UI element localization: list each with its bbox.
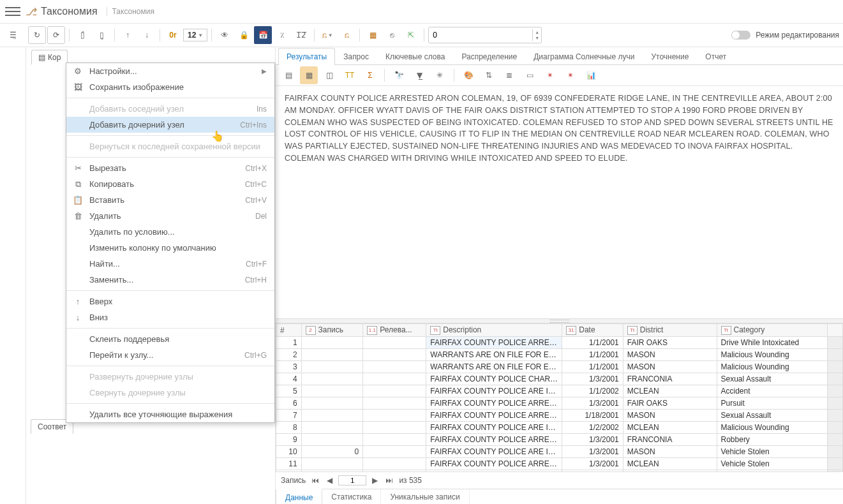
st-spark2-icon[interactable]: ✴ — [562, 66, 579, 84]
spin-up[interactable]: ▲ — [533, 29, 541, 35]
tree-down-icon[interactable]: ▯̬ — [93, 26, 110, 44]
table-row[interactable]: 2WARRANTS ARE ON FILE FOR EDU1/1/2001MAS… — [276, 349, 843, 361]
tab-5[interactable]: Уточнение — [643, 48, 697, 65]
st-palette-icon[interactable]: 🎨 — [459, 66, 477, 84]
st-spark1-icon[interactable]: ✴ — [541, 66, 559, 84]
ctx-delete[interactable]: 🗑УдалитьDel — [66, 208, 274, 224]
st-split-icon[interactable]: ◫ — [320, 66, 338, 84]
table-row[interactable]: 122ANIMAL CRUELTY Fairfax County P1/30/2… — [276, 470, 843, 471]
bottom-tab-1[interactable]: Статистика — [322, 489, 381, 504]
spin-down[interactable]: ▼ — [533, 35, 541, 41]
ctx-change-col[interactable]: Изменить колонку по умолчанию — [66, 240, 274, 256]
col-header[interactable]: TtDescription — [426, 324, 562, 337]
table-row[interactable]: 1FAIRFAX COUNTY POLICE ARRESTE1/1/2001FA… — [276, 337, 843, 349]
lock-icon[interactable]: 🔒 — [235, 26, 253, 44]
hierarchy2-icon[interactable]: ⎌ — [338, 26, 355, 44]
table-row[interactable]: 4FAIRFAX COUNTY POLICE CHARGE1/3/2001FRA… — [276, 373, 843, 385]
tab-0[interactable]: Результаты — [278, 48, 335, 65]
ctx-remove-refine[interactable]: Удалить все уточняющие выражения — [66, 406, 274, 422]
paste-icon: 📋 — [73, 195, 83, 205]
ctx-find[interactable]: Найти...Ctrl+F — [66, 256, 274, 272]
tab-1[interactable]: Запрос — [335, 48, 377, 65]
pager-total: из 535 — [399, 476, 422, 485]
date-12-icon[interactable]: 1̅2̅ — [292, 26, 310, 44]
tab-3[interactable]: Распределение — [453, 48, 525, 65]
st-gear-icon[interactable]: ✳ — [431, 66, 449, 84]
st-filter-icon[interactable]: ▼̲ — [410, 66, 428, 84]
col-header[interactable]: # — [276, 324, 302, 337]
ctx-replace[interactable]: Заменить...Ctrl+H — [66, 272, 274, 288]
zero-r-button[interactable]: 0r — [164, 26, 182, 44]
main-tabs: РезультатыЗапросКлючевые словаРаспределе… — [276, 47, 843, 65]
st-chart-icon[interactable]: 📊 — [582, 66, 600, 84]
ctx-settings[interactable]: ⚙Настройки...▶ — [66, 63, 274, 79]
number-input-box[interactable]: ▲▼ — [428, 27, 542, 43]
ctx-copy[interactable]: ⧉КопироватьCtrl+C — [66, 176, 274, 192]
tab-6[interactable]: Отчет — [697, 48, 735, 65]
ctx-goto[interactable]: Перейти к узлу...Ctrl+G — [66, 347, 274, 363]
st-orange-icon[interactable]: ▦ — [300, 66, 318, 84]
st-sigma-icon[interactable]: Σ — [361, 66, 379, 84]
table-row[interactable]: 7FAIRFAX COUNTY POLICE ARRESTE1/18/2001M… — [276, 410, 843, 422]
ctx-down[interactable]: ↓Вниз — [66, 309, 274, 325]
table-row[interactable]: 3WARRANTS ARE ON FILE FOR EDU1/1/2001MAS… — [276, 361, 843, 373]
col-header[interactable]: 1.1Релева... — [363, 324, 426, 337]
st-doc-icon[interactable]: ▤ — [280, 66, 297, 84]
ctx-add-child[interactable]: Добавить дочерний узелCtrl+Ins — [66, 117, 274, 133]
reload-button[interactable]: ⟳ — [47, 26, 65, 44]
bottom-tab-2[interactable]: Уникальные записи — [381, 489, 469, 504]
table-row[interactable]: 5FAIRFAX COUNTY POLICE ARE INVE1/1/2002M… — [276, 385, 843, 397]
tab-2[interactable]: Ключевые слова — [377, 48, 453, 65]
tab-4[interactable]: Диаграмма Солнечные лучи — [525, 48, 643, 65]
tree-icon-btn[interactable]: ⎋ — [383, 26, 401, 44]
pager-input[interactable] — [338, 475, 366, 485]
pager-last[interactable]: ⏭ — [384, 476, 395, 485]
st-card-icon[interactable]: ▭ — [521, 66, 539, 84]
st-sort-icon[interactable]: ⇅ — [480, 66, 498, 84]
ctx-add-sibling: Добавить соседний узелIns — [66, 101, 274, 117]
calendar-icon[interactable]: 📅 — [254, 26, 272, 44]
st-tt-icon[interactable]: TT — [341, 66, 359, 84]
st-list-icon[interactable]: ≣ — [500, 66, 518, 84]
table-row[interactable]: 11FAIRFAX COUNTY POLICE ARRESTE1/3/2001M… — [276, 458, 843, 470]
refresh-button[interactable]: ↻ — [28, 26, 46, 44]
table-row[interactable]: 100FAIRFAX COUNTY POLICE ARE INVE1/3/200… — [276, 446, 843, 458]
st-binoc-icon[interactable]: 🔭 — [390, 66, 408, 84]
col-header[interactable]: 2Запись — [301, 324, 363, 337]
pager-first[interactable]: ⏮ — [310, 476, 321, 485]
hamburger-menu[interactable] — [5, 7, 20, 16]
percent-icon[interactable]: ٪ — [273, 26, 291, 44]
ctx-expand: Развернуть дочерние узлы — [66, 369, 274, 385]
arrow-down-icon[interactable]: ↓ — [138, 26, 156, 44]
col-header[interactable]: TtCategory — [717, 324, 827, 337]
col-header[interactable]: TtDistrict — [623, 324, 717, 337]
context-menu: ⚙Настройки...▶ 🖼Сохранить изображение До… — [66, 63, 275, 423]
ctx-delete-cond[interactable]: Удалить по условию... — [66, 224, 274, 240]
table-row[interactable]: 9FAIRFAX COUNTY POLICE ARRESTE1/3/2001FR… — [276, 434, 843, 446]
font-size-selector[interactable]: 12▼ — [183, 29, 207, 41]
square-icon[interactable]: ▦ — [364, 26, 382, 44]
ctx-paste[interactable]: 📋ВставитьCtrl+V — [66, 192, 274, 208]
pager-next[interactable]: ▶ — [370, 476, 380, 485]
ctx-merge[interactable]: Склеить поддеревья — [66, 331, 274, 347]
pager-prev[interactable]: ◀ — [325, 476, 334, 485]
arrow-up-icon[interactable]: ↑ — [119, 26, 137, 44]
number-input[interactable] — [429, 31, 532, 40]
col-header[interactable]: 31Date — [562, 324, 623, 337]
tree-up-icon[interactable]: ▯̂ — [73, 26, 91, 44]
horizontal-splitter[interactable] — [276, 318, 843, 323]
eye-icon[interactable]: 👁 — [216, 26, 234, 44]
tree-icon: ⎇ — [26, 6, 37, 18]
export-icon[interactable]: ⇱ — [402, 26, 420, 44]
edit-mode-toggle[interactable] — [731, 31, 750, 40]
ctx-cut[interactable]: ✂ВырезатьCtrl+X — [66, 160, 274, 176]
ctx-up[interactable]: ↑Вверх — [66, 293, 274, 309]
bottom-tab-0[interactable]: Данные — [276, 489, 322, 504]
hierarchy-icon[interactable]: ⎌▼ — [318, 26, 336, 44]
tree-root-tab[interactable]: ▤ Кор — [31, 50, 68, 64]
ctx-save-image[interactable]: 🖼Сохранить изображение — [66, 79, 274, 95]
table-row[interactable]: 8FAIRFAX COUNTY POLICE ARE INVE1/2/2002M… — [276, 422, 843, 434]
settings-gutter-icon[interactable]: ☰̤ — [4, 26, 22, 44]
results-grid[interactable]: #2Запись1.1Релева...TtDescription31DateT… — [276, 323, 843, 471]
table-row[interactable]: 6FAIRFAX COUNTY POLICE ARRESTE1/3/2001FA… — [276, 397, 843, 410]
